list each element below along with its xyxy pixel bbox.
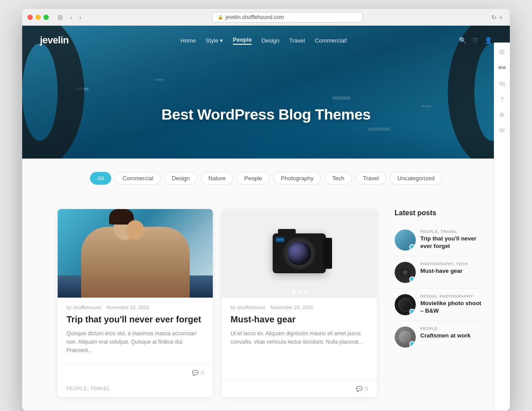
mini-camera-icon	[400, 268, 411, 276]
thumb-overlay-4	[409, 341, 415, 347]
refresh-button[interactable]: ↻	[491, 14, 497, 21]
post-meta-1: by shufflehound November 23, 2016	[66, 305, 204, 310]
filter-travel[interactable]: Travel	[356, 172, 387, 185]
nav-home[interactable]: Home	[180, 37, 196, 44]
question-icon[interactable]: ?	[500, 95, 504, 103]
maximize-button[interactable]	[43, 15, 49, 20]
thumb-overlay-1	[409, 244, 415, 250]
browser-controls: ⊞ ‹ ›	[56, 13, 83, 22]
post-title-1: Trip that you'll never ever forget	[66, 314, 204, 325]
address-bar-container: 🔒 jevelin.shufflehound.com	[86, 12, 487, 23]
carousel-dot-1[interactable]	[292, 290, 295, 293]
post-title-2: Must-have gear	[231, 314, 368, 325]
latest-post-item-2[interactable]: PHOTOGRAPHY, TECH Must-have gear	[395, 256, 483, 289]
camera-lens	[286, 240, 313, 267]
nav-travel[interactable]: Travel	[289, 37, 305, 44]
post-body-1: by shufflehound November 23, 2016 Trip t…	[58, 298, 213, 364]
latest-post-info-4: PEOPLE Craftsmen at work	[420, 326, 483, 340]
nav-design[interactable]: Design	[262, 37, 279, 44]
address-bar[interactable]: 🔒 jevelin.shufflehound.com	[212, 12, 363, 23]
post-card-2[interactable]: Canon by shufflehound November 2	[222, 209, 377, 397]
comment-count-2: 💬 0	[356, 386, 368, 392]
nav-commercial[interactable]: Commercial!	[315, 37, 347, 44]
latest-post-title-2: Must-have gear	[420, 268, 483, 275]
post-excerpt-2: Ut et lacus ex. Aliquam dignissim mauris…	[231, 330, 368, 346]
thumb-overlay-3	[409, 309, 415, 315]
glasses-icon[interactable]: 👓	[498, 64, 506, 72]
carousel-dot-3[interactable]	[304, 290, 307, 293]
bag-icon[interactable]: 🛍	[499, 80, 505, 87]
camera-shape: Canon	[273, 233, 326, 273]
latest-post-title-4: Craftsmen at work	[420, 332, 483, 340]
comment-icon-2: 💬	[356, 386, 363, 392]
post-body-2: by shufflehound November 23, 2016 Must-h…	[222, 298, 377, 380]
globe-icon[interactable]: ⊕	[499, 111, 505, 119]
layers-icon[interactable]: ⊞	[499, 48, 505, 56]
latest-post-thumb-4	[395, 326, 416, 348]
traffic-lights	[27, 15, 49, 20]
post-excerpt-1: Quisque dictum eros nisl, a maximus mass…	[66, 330, 204, 355]
post-image-2: Canon	[222, 209, 377, 298]
window-icon: ⊞	[56, 13, 65, 22]
latest-post-cat-3: DESIGN, PHOTOGRAPHY	[420, 294, 483, 299]
carousel-dot-2[interactable]	[298, 290, 301, 293]
post-thumbnail-woman	[58, 209, 213, 298]
browser-window: ⊞ ‹ › 🔒 jevelin.shufflehound.com ↻ + ⊞ 👓…	[22, 9, 510, 411]
latest-post-info-1: PEOPLE, TRAVEL Trip that you'll never ev…	[420, 229, 483, 250]
content-area: by shufflehound November 23, 2016 Trip t…	[22, 196, 510, 411]
new-tab-button[interactable]: +	[499, 14, 503, 21]
latest-post-item-4[interactable]: PEOPLE Craftsmen at work	[395, 321, 483, 353]
lock-icon: 🔒	[218, 15, 223, 19]
comment-number-2: 0	[365, 386, 368, 392]
forward-button[interactable]: ›	[78, 13, 83, 22]
nav-right: ↻ +	[491, 14, 503, 21]
filter-design[interactable]: Design	[164, 172, 197, 185]
latest-post-title-3: Movielike photo shoot – B&W	[420, 300, 483, 315]
hero-menu: Home Style ▾ People Design Travel Commer…	[180, 36, 347, 45]
url-text: jevelin.shufflehound.com	[226, 14, 284, 20]
wishlist-icon[interactable]: ♡	[473, 37, 478, 44]
comment-count-1: 💬 0	[192, 370, 204, 376]
filter-nature[interactable]: Nature	[201, 172, 233, 185]
post-footer-1: 💬 0	[58, 364, 213, 381]
thumb-overlay-2	[409, 276, 415, 283]
filter-all[interactable]: All	[90, 172, 111, 185]
filter-people[interactable]: People	[237, 172, 270, 185]
close-button[interactable]	[27, 15, 33, 20]
post-image-1	[58, 209, 213, 298]
latest-post-cat-4: PEOPLE	[420, 326, 483, 331]
account-icon[interactable]: 👤	[485, 37, 492, 44]
filter-commercial[interactable]: Commercial	[115, 172, 160, 185]
hero-nav: jevelin Home Style ▾ People Design Trave…	[22, 26, 510, 55]
latest-post-item-3[interactable]: DESIGN, PHOTOGRAPHY Movielike photo shoo…	[395, 289, 483, 321]
filter-uncategorized[interactable]: Uncategorized	[390, 172, 442, 185]
latest-post-cat-2: PHOTOGRAPHY, TECH	[420, 262, 483, 266]
latest-post-cat-1: PEOPLE, TRAVEL	[420, 229, 483, 234]
back-button[interactable]: ‹	[68, 13, 74, 22]
site-logo: jevelin	[40, 35, 69, 46]
filter-bar: All Commercial Design Nature People Phot…	[22, 159, 510, 196]
minimize-button[interactable]	[35, 15, 41, 20]
camera-top	[278, 229, 296, 235]
nav-people[interactable]: People	[233, 36, 252, 45]
filter-tech[interactable]: Tech	[325, 172, 352, 185]
latest-post-info-3: DESIGN, PHOTOGRAPHY Movielike photo shoo…	[420, 294, 483, 315]
filter-photography[interactable]: Photography	[274, 172, 321, 185]
post-categories-1: PEOPLE, TRAVEL	[58, 381, 213, 397]
latest-post-title-1: Trip that you'll never ever forget	[420, 235, 483, 250]
latest-post-info-2: PHOTOGRAPHY, TECH Must-have gear	[420, 262, 483, 275]
search-icon[interactable]: 🔍	[459, 37, 466, 44]
mail-icon[interactable]: ✉	[499, 127, 505, 135]
post-card-1[interactable]: by shufflehound November 23, 2016 Trip t…	[58, 209, 213, 397]
latest-posts-title: Latest posts	[395, 209, 483, 217]
latest-post-thumb-1	[395, 229, 416, 251]
hero-title: Best WordPress Blog Themes	[22, 106, 510, 123]
post-thumbnail-camera: Canon	[222, 209, 377, 298]
website-content: ⊞ 👓 🛍 ? ⊕ ✉ jevelin Home	[22, 26, 510, 411]
nav-style[interactable]: Style ▾	[206, 37, 223, 44]
latest-post-item-1[interactable]: PEOPLE, TRAVEL Trip that you'll never ev…	[395, 224, 483, 256]
hero-section: jevelin Home Style ▾ People Design Trave…	[22, 26, 510, 159]
post-meta-2: by shufflehound November 23, 2016	[231, 305, 368, 310]
carousel-dots	[222, 290, 377, 293]
post-footer-2: 💬 0	[222, 380, 377, 397]
